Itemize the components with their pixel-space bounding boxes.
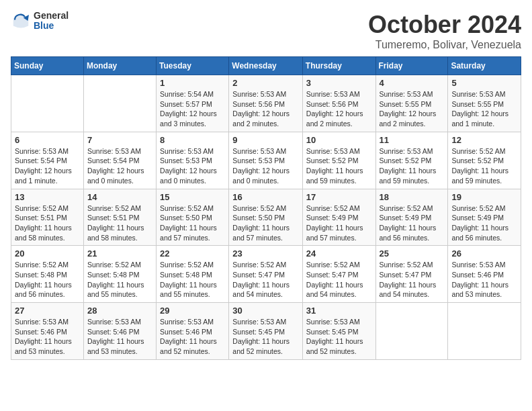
calendar-cell: 1Sunrise: 5:54 AM Sunset: 5:57 PM Daylig… (157, 75, 229, 132)
day-number: 3 (306, 78, 372, 88)
header-wednesday: Wednesday (229, 57, 303, 75)
calendar-cell: 2Sunrise: 5:53 AM Sunset: 5:56 PM Daylig… (229, 75, 303, 132)
day-info: Sunrise: 5:53 AM Sunset: 5:53 PM Dayligh… (232, 146, 299, 186)
day-info: Sunrise: 5:52 AM Sunset: 5:50 PM Dayligh… (232, 203, 299, 243)
calendar-cell: 22Sunrise: 5:52 AM Sunset: 5:48 PM Dayli… (157, 246, 229, 303)
logo-text: General Blue (34, 11, 69, 32)
day-number: 6 (15, 135, 80, 145)
day-info: Sunrise: 5:52 AM Sunset: 5:47 PM Dayligh… (232, 260, 299, 300)
calendar-cell: 13Sunrise: 5:52 AM Sunset: 5:51 PM Dayli… (11, 189, 84, 246)
day-number: 4 (380, 78, 445, 88)
day-number: 30 (232, 306, 299, 316)
day-info: Sunrise: 5:52 AM Sunset: 5:48 PM Dayligh… (15, 260, 80, 300)
calendar-cell: 11Sunrise: 5:53 AM Sunset: 5:52 PM Dayli… (375, 132, 448, 189)
day-number: 28 (87, 306, 152, 316)
page-header: General Blue October 2024 Tumeremo, Boli… (11, 11, 521, 51)
day-info: Sunrise: 5:52 AM Sunset: 5:48 PM Dayligh… (160, 260, 225, 300)
calendar-cell: 15Sunrise: 5:52 AM Sunset: 5:50 PM Dayli… (157, 189, 229, 246)
calendar-cell: 20Sunrise: 5:52 AM Sunset: 5:48 PM Dayli… (11, 246, 84, 303)
week-row-5: 27Sunrise: 5:53 AM Sunset: 5:46 PM Dayli… (11, 303, 521, 360)
header-tuesday: Tuesday (157, 57, 229, 75)
day-info: Sunrise: 5:53 AM Sunset: 5:45 PM Dayligh… (306, 317, 372, 357)
header-sunday: Sunday (11, 57, 84, 75)
logo: General Blue (11, 11, 69, 32)
day-number: 9 (232, 135, 299, 145)
day-number: 31 (306, 306, 372, 316)
logo-blue: Blue (34, 21, 69, 31)
calendar-cell: 7Sunrise: 5:53 AM Sunset: 5:54 PM Daylig… (83, 132, 156, 189)
day-number: 8 (160, 135, 225, 145)
header-thursday: Thursday (302, 57, 375, 75)
day-number: 24 (306, 248, 372, 259)
calendar-cell (11, 75, 84, 132)
day-info: Sunrise: 5:52 AM Sunset: 5:47 PM Dayligh… (380, 260, 445, 300)
day-info: Sunrise: 5:53 AM Sunset: 5:56 PM Dayligh… (232, 89, 299, 129)
day-number: 16 (232, 192, 299, 202)
day-number: 11 (380, 135, 445, 145)
day-info: Sunrise: 5:53 AM Sunset: 5:45 PM Dayligh… (232, 317, 299, 357)
week-row-1: 1Sunrise: 5:54 AM Sunset: 5:57 PM Daylig… (11, 75, 521, 132)
day-info: Sunrise: 5:53 AM Sunset: 5:56 PM Dayligh… (306, 89, 372, 129)
calendar-cell: 23Sunrise: 5:52 AM Sunset: 5:47 PM Dayli… (229, 246, 303, 303)
calendar-cell: 21Sunrise: 5:52 AM Sunset: 5:48 PM Dayli… (83, 246, 156, 303)
day-number: 17 (306, 192, 372, 202)
day-info: Sunrise: 5:53 AM Sunset: 5:46 PM Dayligh… (451, 260, 517, 300)
month-title: October 2024 (368, 11, 521, 39)
calendar-cell: 18Sunrise: 5:52 AM Sunset: 5:49 PM Dayli… (375, 189, 448, 246)
day-info: Sunrise: 5:53 AM Sunset: 5:55 PM Dayligh… (380, 89, 445, 129)
day-info: Sunrise: 5:53 AM Sunset: 5:55 PM Dayligh… (451, 89, 517, 129)
day-info: Sunrise: 5:53 AM Sunset: 5:46 PM Dayligh… (15, 317, 80, 357)
day-number: 14 (87, 192, 152, 202)
calendar-cell: 28Sunrise: 5:53 AM Sunset: 5:46 PM Dayli… (83, 303, 156, 360)
calendar-cell: 24Sunrise: 5:52 AM Sunset: 5:47 PM Dayli… (302, 246, 375, 303)
day-number: 12 (451, 135, 517, 145)
day-info: Sunrise: 5:53 AM Sunset: 5:52 PM Dayligh… (306, 146, 372, 186)
day-number: 25 (380, 248, 445, 259)
day-info: Sunrise: 5:52 AM Sunset: 5:49 PM Dayligh… (451, 203, 517, 243)
calendar-cell: 9Sunrise: 5:53 AM Sunset: 5:53 PM Daylig… (229, 132, 303, 189)
calendar-cell: 19Sunrise: 5:52 AM Sunset: 5:49 PM Dayli… (448, 189, 521, 246)
day-info: Sunrise: 5:52 AM Sunset: 5:47 PM Dayligh… (306, 260, 372, 300)
day-number: 15 (160, 192, 225, 202)
calendar-cell (448, 303, 521, 360)
calendar: SundayMondayTuesdayWednesdayThursdayFrid… (11, 56, 521, 360)
day-number: 18 (380, 192, 445, 202)
header-friday: Friday (375, 57, 448, 75)
day-number: 10 (306, 135, 372, 145)
day-number: 13 (15, 192, 80, 202)
calendar-cell: 16Sunrise: 5:52 AM Sunset: 5:50 PM Dayli… (229, 189, 303, 246)
day-info: Sunrise: 5:53 AM Sunset: 5:46 PM Dayligh… (87, 317, 152, 357)
calendar-cell: 29Sunrise: 5:53 AM Sunset: 5:46 PM Dayli… (157, 303, 229, 360)
calendar-cell: 3Sunrise: 5:53 AM Sunset: 5:56 PM Daylig… (302, 75, 375, 132)
day-info: Sunrise: 5:52 AM Sunset: 5:52 PM Dayligh… (451, 146, 517, 186)
header-saturday: Saturday (448, 57, 521, 75)
day-info: Sunrise: 5:53 AM Sunset: 5:46 PM Dayligh… (160, 317, 225, 357)
week-row-4: 20Sunrise: 5:52 AM Sunset: 5:48 PM Dayli… (11, 246, 521, 303)
week-row-2: 6Sunrise: 5:53 AM Sunset: 5:54 PM Daylig… (11, 132, 521, 189)
day-info: Sunrise: 5:52 AM Sunset: 5:51 PM Dayligh… (87, 203, 152, 243)
header-monday: Monday (83, 57, 156, 75)
day-number: 19 (451, 192, 517, 202)
calendar-cell: 5Sunrise: 5:53 AM Sunset: 5:55 PM Daylig… (448, 75, 521, 132)
day-info: Sunrise: 5:53 AM Sunset: 5:52 PM Dayligh… (380, 146, 445, 186)
day-info: Sunrise: 5:52 AM Sunset: 5:49 PM Dayligh… (380, 203, 445, 243)
logo-icon (11, 11, 31, 31)
day-number: 5 (451, 78, 517, 88)
day-info: Sunrise: 5:54 AM Sunset: 5:57 PM Dayligh… (160, 89, 225, 129)
calendar-cell: 27Sunrise: 5:53 AM Sunset: 5:46 PM Dayli… (11, 303, 84, 360)
day-number: 2 (232, 78, 299, 88)
day-info: Sunrise: 5:52 AM Sunset: 5:51 PM Dayligh… (15, 203, 80, 243)
calendar-cell: 6Sunrise: 5:53 AM Sunset: 5:54 PM Daylig… (11, 132, 84, 189)
week-row-3: 13Sunrise: 5:52 AM Sunset: 5:51 PM Dayli… (11, 189, 521, 246)
calendar-cell: 4Sunrise: 5:53 AM Sunset: 5:55 PM Daylig… (375, 75, 448, 132)
day-info: Sunrise: 5:52 AM Sunset: 5:48 PM Dayligh… (87, 260, 152, 300)
day-info: Sunrise: 5:53 AM Sunset: 5:53 PM Dayligh… (160, 146, 225, 186)
location: Tumeremo, Bolivar, Venezuela (368, 39, 521, 51)
calendar-cell: 31Sunrise: 5:53 AM Sunset: 5:45 PM Dayli… (302, 303, 375, 360)
day-number: 20 (15, 248, 80, 259)
calendar-header-row: SundayMondayTuesdayWednesdayThursdayFrid… (11, 57, 521, 75)
calendar-cell: 26Sunrise: 5:53 AM Sunset: 5:46 PM Dayli… (448, 246, 521, 303)
day-info: Sunrise: 5:52 AM Sunset: 5:50 PM Dayligh… (160, 203, 225, 243)
day-number: 22 (160, 248, 225, 259)
day-number: 29 (160, 306, 225, 316)
